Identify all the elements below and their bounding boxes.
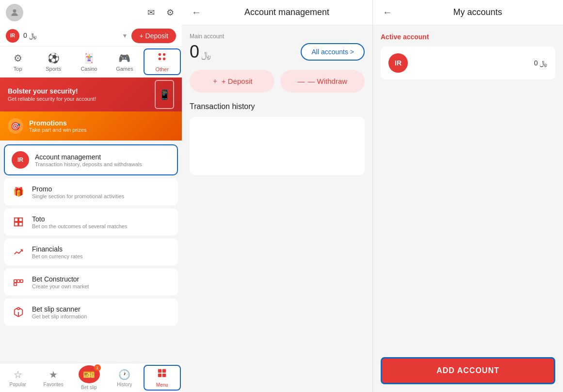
security-banner[interactable]: Bolster your security! Get reliable secu… [0,78,182,111]
svg-rect-5 [15,218,18,221]
balance-row: ﷼ 0 All accounts > [190,42,365,62]
account-card-balance: 0 ﷼ [534,59,547,67]
menu-item-bet-constructor[interactable]: Bet Constructor Create your own market [4,268,178,296]
account-management-text: Account management Transaction history, … [35,153,142,167]
bet-slip-badge: 1 [94,364,101,371]
all-accounts-button[interactable]: All accounts > [301,43,365,61]
menu-item-bet-slip-scanner[interactable]: Bet slip scanner Get bet slip informatio… [4,298,178,326]
tab-other[interactable]: Other [144,48,181,75]
user-avatar[interactable] [6,4,23,21]
withdraw-minus-icon: — [297,77,305,85]
phone-icon: 📱 [155,80,174,109]
financials-text: Financials Bet on currency rates [32,245,83,259]
svg-rect-14 [14,283,16,286]
top-bar-actions: ✉ ⚙ [145,5,176,20]
menu-item-toto[interactable]: Toto Bet on the outcomes of several matc… [4,208,178,235]
balance-display: ﷼ 0 [190,42,213,62]
account-bar: IR 0 ﷼ ▼ + Deposit [0,25,182,47]
account-card-avatar: IR [388,53,408,73]
menu-list: IR Account management Transaction histor… [0,141,182,363]
deposit-plus-icon: ＋ [211,77,219,86]
promo-icon: 🎁 [11,184,26,200]
add-account-button[interactable]: ADD ACCOUNT [381,357,555,384]
promotions-icon: 🎯 [8,118,23,134]
account-balance-display: 0 ﷼ [23,31,118,40]
history-icon: 🕐 [118,369,130,380]
bottom-nav-history[interactable]: 🕐 History [107,363,142,392]
right-panel-title: My accounts [400,7,555,17]
svg-point-4 [163,58,166,61]
svg-rect-6 [19,218,22,221]
menu-item-financials[interactable]: Financials Bet on currency rates [4,238,178,266]
menu-item-account-management[interactable]: IR Account management Transaction histor… [4,144,178,175]
transaction-history-box [190,117,365,175]
transaction-history-title: Transaction history [190,102,365,111]
account-initials-icon: IR [6,29,19,43]
sports-icon: ⚽ [48,52,60,64]
promotions-banner-text: Promotions Take part and win prizes [29,119,87,133]
bet-slip-circle: 🎫 1 [79,365,100,383]
nav-tabs: ⚙ Top ⚽ Sports 🃏 Casino 🎮 Games [0,47,182,78]
tab-sports[interactable]: ⚽ Sports [35,47,71,77]
tab-top[interactable]: ⚙ Top [0,47,35,77]
tab-casino[interactable]: 🃏 Casino [71,47,107,77]
svg-point-3 [159,58,161,61]
left-panel: ✉ ⚙ IR 0 ﷼ ▼ + Deposit ⚙ Top [0,0,182,392]
right-panel-footer: ADD ACCOUNT [373,349,563,392]
popular-icon: ☆ [14,369,22,380]
bet-slip-scanner-text: Bet slip scanner Get bet slip informatio… [32,305,87,319]
account-management-icon: IR [12,151,29,169]
main-account-label: Main account [190,33,365,40]
top-icon: ⚙ [14,52,22,64]
middle-back-button[interactable]: ← [190,5,203,20]
bottom-nav-favorites[interactable]: ★ Favorites [35,363,71,392]
action-buttons: ＋ + Deposit — — Withdraw [190,70,365,93]
menu-icon [157,368,167,381]
svg-point-1 [159,53,161,56]
promo-text: Promo Single section for promotional act… [32,185,124,199]
bottom-nav-menu[interactable]: Menu [144,365,181,391]
bet-constructor-text: Bet Constructor Create your own market [32,275,89,289]
svg-point-2 [163,53,166,56]
financials-icon [11,244,26,260]
deposit-action-button[interactable]: ＋ + Deposit [190,70,274,93]
svg-point-0 [13,9,16,13]
bottom-nav-bet-slip[interactable]: 🎫 1 Bet slip [71,363,107,392]
promotions-banner[interactable]: 🎯 Promotions Take part and win prizes [0,111,182,141]
svg-rect-16 [158,369,161,373]
settings-button[interactable]: ⚙ [164,5,176,20]
middle-panel-content: Main account ﷼ 0 All accounts > ＋ + Depo… [182,25,372,392]
bottom-nav: ☆ Popular ★ Favorites 🎫 1 Bet slip 🕐 His… [0,363,182,392]
other-icon [157,51,167,64]
right-panel-content: Active account IR 0 ﷼ [373,25,563,349]
menu-item-promo[interactable]: 🎁 Promo Single section for promotional a… [4,178,178,205]
svg-rect-19 [162,374,166,377]
favorites-icon: ★ [49,369,58,380]
casino-icon: 🃏 [83,52,95,64]
toto-text: Toto Bet on the outcomes of several matc… [32,215,127,229]
account-card: IR 0 ﷼ [381,47,555,79]
middle-panel: ← Account management Main account ﷼ 0 Al… [182,0,372,392]
toto-icon [11,214,26,230]
active-account-label: Active account [381,33,555,41]
svg-rect-8 [19,222,22,226]
mail-button[interactable]: ✉ [145,5,157,20]
right-panel-header: ← My accounts [373,0,563,25]
right-back-button[interactable]: ← [381,5,394,20]
top-bar: ✉ ⚙ [0,0,182,25]
svg-rect-12 [17,280,20,282]
withdraw-action-button[interactable]: — — Withdraw [280,70,365,93]
security-banner-text: Bolster your security! Get reliable secu… [8,87,96,102]
deposit-button[interactable]: + Deposit [131,29,176,43]
svg-rect-11 [14,280,16,282]
bottom-nav-popular[interactable]: ☆ Popular [0,363,35,392]
svg-rect-18 [158,374,161,377]
games-icon: 🎮 [118,52,130,64]
middle-panel-header: ← Account management [182,0,372,25]
bet-constructor-icon [11,274,26,290]
tab-games[interactable]: 🎮 Games [107,47,142,77]
svg-rect-7 [15,222,18,226]
svg-rect-13 [20,280,23,282]
bet-slip-scanner-icon [11,304,26,320]
account-dropdown-chevron: ▼ [122,32,128,39]
